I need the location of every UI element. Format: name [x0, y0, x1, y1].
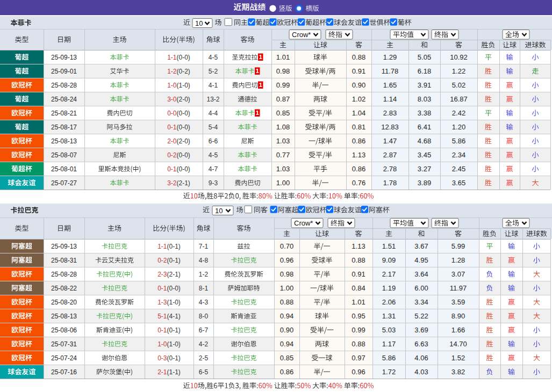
svg-text:3.89: 3.89 [418, 179, 431, 187]
svg-text:0.94: 0.94 [280, 340, 293, 348]
svg-text:0-1: 0-1 [167, 124, 177, 131]
svg-text:4-2: 4-2 [199, 340, 209, 348]
svg-text:6-7: 6-7 [199, 326, 209, 334]
svg-text:Crow*: Crow* [294, 219, 313, 227]
svg-text:0.91: 0.91 [352, 270, 365, 278]
svg-text:25-08-01: 25-08-01 [51, 165, 77, 173]
svg-text:1.04: 1.04 [352, 109, 365, 117]
svg-text:(0-0): (0-0) [167, 285, 181, 292]
svg-text:5-2: 5-2 [209, 68, 218, 75]
svg-text:1: 1 [256, 68, 259, 74]
svg-text:(0-0): (0-0) [177, 151, 190, 159]
svg-text:0.87: 0.87 [276, 95, 290, 103]
svg-text:2-0: 2-0 [167, 137, 177, 145]
svg-text:4-7: 4-7 [209, 165, 218, 173]
svg-text:1.19: 1.19 [382, 284, 396, 292]
svg-text:1.66: 1.66 [451, 326, 465, 334]
svg-text:5.99: 5.99 [451, 242, 465, 250]
svg-text:5.22: 5.22 [414, 312, 428, 320]
svg-text:0.99: 0.99 [276, 81, 290, 89]
svg-text:1.03: 1.03 [276, 165, 290, 173]
svg-text:2.78: 2.78 [383, 165, 397, 173]
svg-text:25-08-13: 25-08-13 [51, 313, 77, 320]
svg-text:(0-1): (0-1) [167, 326, 181, 334]
svg-text:1: 1 [256, 110, 259, 116]
svg-text:10: 10 [215, 207, 223, 215]
svg-text:4.03: 4.03 [414, 368, 428, 376]
svg-text:1.51: 1.51 [382, 242, 396, 250]
svg-text:(2-1): (2-1) [177, 179, 190, 187]
svg-text:4.95: 4.95 [414, 256, 428, 264]
svg-text:5.03: 5.03 [382, 326, 396, 334]
svg-text:14.70: 14.70 [449, 340, 467, 348]
svg-text:(0-0): (0-0) [177, 110, 190, 117]
svg-text:0-3: 0-3 [157, 354, 167, 362]
svg-text:1.29: 1.29 [383, 53, 397, 61]
svg-text:1-1: 1-1 [157, 243, 167, 250]
svg-text:4.68: 4.68 [418, 137, 431, 145]
svg-text:25-08-21: 25-08-21 [51, 110, 77, 117]
svg-text:1.08: 1.08 [276, 123, 290, 131]
svg-text:1-3: 1-3 [157, 299, 167, 306]
svg-text:16.87: 16.87 [450, 95, 468, 103]
svg-text:0.90: 0.90 [280, 326, 293, 334]
svg-text:3.45: 3.45 [418, 151, 431, 159]
svg-text:1.65: 1.65 [383, 81, 397, 89]
svg-text:0.88: 0.88 [352, 340, 365, 348]
svg-text:25-07-31: 25-07-31 [51, 340, 77, 348]
svg-text:5-4: 5-4 [209, 124, 218, 131]
svg-text:0-2: 0-2 [157, 257, 167, 264]
svg-text:25-08-13: 25-08-13 [51, 137, 77, 145]
svg-text:1.00: 1.00 [280, 284, 293, 292]
svg-text:25-09-01: 25-09-01 [51, 68, 77, 75]
svg-text:10.92: 10.92 [450, 53, 468, 61]
svg-text:1-0: 1-0 [157, 340, 167, 348]
svg-text:1-2: 1-2 [167, 68, 177, 75]
svg-text:4-8: 4-8 [199, 257, 209, 264]
svg-text:25-09-13: 25-09-13 [51, 243, 77, 250]
svg-text:25-08-22: 25-08-22 [51, 285, 77, 292]
svg-text:1.20: 1.20 [452, 123, 465, 131]
svg-text:(1-0): (1-0) [177, 82, 190, 89]
svg-text:0.88: 0.88 [280, 298, 293, 306]
svg-text:3.64: 3.64 [414, 270, 428, 278]
svg-text:11.97: 11.97 [450, 284, 467, 292]
svg-text:0-1: 0-1 [157, 326, 167, 334]
svg-text:9.09: 9.09 [382, 256, 396, 264]
svg-text:6-6: 6-6 [209, 137, 218, 145]
svg-text:3.65: 3.65 [452, 179, 465, 187]
svg-text:0.96: 0.96 [352, 368, 365, 376]
svg-text:1.78: 1.78 [383, 179, 397, 187]
svg-text:2.42: 2.42 [452, 109, 465, 117]
svg-text:0.86: 0.86 [352, 137, 365, 145]
svg-text:0.90: 0.90 [352, 81, 365, 89]
svg-text:1.13: 1.13 [352, 151, 365, 159]
svg-text:2.17: 2.17 [382, 270, 396, 278]
svg-text:1.03: 1.03 [276, 137, 290, 145]
svg-text:3.59: 3.59 [451, 298, 465, 306]
svg-text:5.02: 5.02 [452, 81, 465, 89]
svg-text:25-08-31: 25-08-31 [51, 257, 77, 264]
svg-text:1-2: 1-2 [199, 271, 209, 278]
svg-text:1.17: 1.17 [382, 340, 396, 348]
svg-text:0.98: 0.98 [276, 67, 290, 75]
svg-text:25-08-06: 25-08-06 [51, 326, 77, 334]
svg-text:25-07-16: 25-07-16 [51, 368, 77, 376]
svg-text:2.45: 2.45 [452, 165, 465, 173]
svg-text:1.22: 1.22 [452, 67, 465, 75]
svg-text:0.99: 0.99 [352, 326, 365, 334]
svg-text:3.82: 3.82 [451, 368, 465, 376]
svg-text:6.41: 6.41 [418, 123, 431, 131]
svg-text:5-1: 5-1 [157, 313, 167, 320]
svg-text:(0-1): (0-1) [167, 354, 181, 362]
svg-text:5.05: 5.05 [418, 53, 431, 61]
svg-text:0.88: 0.88 [352, 256, 365, 264]
svg-text:(0-0): (0-0) [177, 54, 190, 61]
svg-text:1: 1 [259, 82, 262, 88]
svg-text:9-3: 9-3 [209, 179, 218, 187]
svg-text:0.85: 0.85 [280, 354, 293, 362]
svg-text:2.83: 2.83 [383, 109, 397, 117]
svg-text:3-0: 3-0 [167, 96, 177, 103]
svg-text:10: 10 [195, 19, 203, 27]
svg-text:8.03: 8.03 [418, 95, 431, 103]
